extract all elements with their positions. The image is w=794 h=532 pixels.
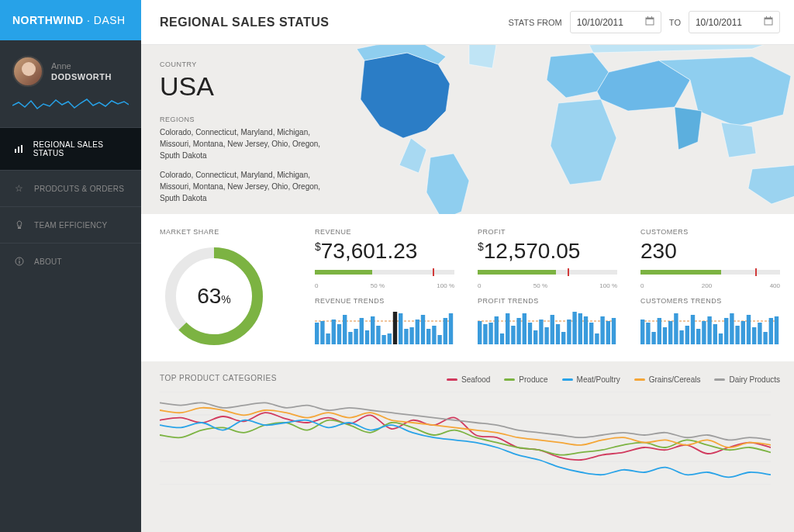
svg-rect-71 — [595, 333, 599, 344]
svg-rect-86 — [679, 330, 683, 344]
profit-value: $12,570.05 — [478, 239, 617, 264]
revenue-label: REVENUE — [315, 228, 454, 236]
svg-rect-62 — [544, 327, 548, 344]
country-panel: COUNTRY USA REGIONS Colorado, Connecticu… — [141, 45, 794, 214]
categories-legend: Seafood Produce Meat/Poultry Grains/Cere… — [447, 375, 780, 384]
svg-rect-36 — [399, 313, 402, 344]
legend-dairy[interactable]: Dairy Products — [714, 375, 780, 384]
svg-rect-41 — [426, 329, 430, 344]
logo-sep: · — [84, 14, 94, 26]
regions-label: REGIONS — [160, 116, 330, 123]
nav-products-orders[interactable]: ☆ PRODCUTS & ORDERS — [0, 170, 141, 206]
user-sparkline — [0, 95, 141, 127]
svg-rect-28 — [354, 329, 357, 344]
svg-rect-70 — [589, 323, 593, 344]
svg-rect-19 — [433, 268, 434, 276]
svg-rect-14 — [770, 16, 771, 19]
svg-rect-37 — [404, 329, 408, 344]
svg-rect-76 — [640, 270, 721, 275]
nav-about[interactable]: ABOUT — [0, 243, 141, 279]
svg-rect-95 — [730, 313, 734, 344]
legend-meat[interactable]: Meat/Poultry — [562, 375, 620, 384]
svg-rect-96 — [735, 326, 739, 344]
categories-header: TOP PRODUCT CATEGORIES Seafood Produce M… — [160, 374, 780, 384]
topbar: REGIONAL SALES STATUS STATS FROM 10/10/2… — [141, 0, 794, 45]
swatch-icon — [562, 378, 573, 381]
page-title: REGIONAL SALES STATUS — [160, 16, 330, 29]
svg-rect-9 — [647, 16, 648, 19]
swatch-icon — [447, 378, 457, 381]
svg-rect-29 — [360, 318, 364, 344]
nav-team-efficiency[interactable]: TEAM EFFICIENCY — [0, 206, 141, 243]
svg-rect-88 — [691, 315, 695, 344]
svg-rect-35 — [393, 312, 397, 344]
svg-rect-101 — [763, 332, 767, 344]
svg-rect-54 — [500, 333, 504, 344]
svg-rect-51 — [483, 324, 487, 344]
svg-rect-99 — [752, 327, 756, 344]
info-icon — [14, 256, 25, 267]
svg-rect-26 — [343, 315, 347, 344]
customers-trends-chart — [640, 309, 780, 344]
svg-rect-87 — [685, 326, 689, 344]
svg-rect-47 — [478, 270, 556, 275]
svg-rect-18 — [315, 270, 372, 275]
svg-rect-12 — [765, 18, 772, 19]
svg-rect-43 — [437, 335, 441, 344]
svg-rect-66 — [567, 320, 571, 344]
user-last: DODSWORTH — [51, 71, 112, 82]
revenue-trends-chart — [315, 309, 454, 344]
nav-regional-sales[interactable]: REGIONAL SALES STATUS — [0, 127, 141, 170]
market-share-label: MARKET SHARE — [160, 228, 292, 236]
svg-rect-55 — [506, 313, 509, 344]
metrics-row: MARKET SHARE 63% REVENUE $73,601.23 — [141, 214, 794, 361]
svg-rect-97 — [741, 321, 745, 344]
svg-rect-53 — [495, 316, 499, 344]
legend-seafood[interactable]: Seafood — [447, 375, 490, 384]
svg-rect-22 — [320, 321, 324, 344]
revenue-metric: REVENUE $73,601.23 0 50 % 100 % REVENUE … — [315, 228, 454, 351]
svg-rect-32 — [376, 326, 380, 344]
svg-rect-30 — [365, 330, 369, 344]
svg-rect-61 — [539, 320, 543, 344]
nav: REGIONAL SALES STATUS ☆ PRODCUTS & ORDER… — [0, 127, 141, 532]
customers-ticks: 0 200 400 — [640, 282, 780, 289]
svg-rect-100 — [758, 323, 761, 344]
svg-rect-103 — [775, 316, 778, 344]
country-info: COUNTRY USA REGIONS Colorado, Connecticu… — [160, 60, 330, 199]
svg-rect-40 — [421, 315, 425, 344]
date-from-input[interactable]: 10/10/2011 — [570, 11, 661, 33]
legend-produce[interactable]: Produce — [504, 375, 547, 384]
swatch-icon — [504, 378, 515, 381]
avatar[interactable] — [12, 56, 43, 87]
regions-text: Colorado, Connecticut, Maryland, Michiga… — [160, 212, 330, 214]
date-range: STATS FROM 10/10/2011 TO 10/10/2011 — [509, 11, 780, 33]
market-share-value: 63% — [197, 284, 231, 309]
svg-rect-82 — [658, 318, 661, 344]
customers-label: CUSTOMERS — [640, 228, 780, 236]
svg-rect-58 — [523, 313, 526, 344]
date-to-input[interactable]: 10/10/2011 — [689, 11, 780, 33]
calendar-icon — [645, 16, 654, 28]
logo: NORTHWIND · DASH — [0, 0, 141, 40]
svg-rect-64 — [556, 324, 560, 344]
calendar-icon — [764, 16, 773, 28]
customers-gauge — [640, 268, 780, 276]
svg-rect-45 — [449, 313, 453, 344]
regions-text: Colorado, Connecticut, Maryland, Michiga… — [160, 169, 330, 204]
svg-rect-81 — [651, 332, 655, 344]
user-first: Anne — [51, 60, 112, 71]
svg-rect-24 — [332, 320, 336, 344]
svg-rect-21 — [315, 323, 319, 344]
svg-rect-34 — [388, 333, 392, 344]
main: REGIONAL SALES STATUS STATS FROM 10/10/2… — [141, 0, 794, 532]
legend-grains[interactable]: Grains/Cereals — [634, 375, 701, 384]
svg-rect-72 — [600, 316, 604, 344]
world-map[interactable] — [333, 45, 794, 214]
svg-rect-5 — [19, 261, 19, 264]
svg-rect-52 — [488, 323, 492, 344]
star-icon: ☆ — [14, 183, 25, 194]
nav-item-label: REGIONAL SALES STATUS — [33, 140, 127, 157]
svg-rect-90 — [702, 321, 706, 344]
svg-rect-23 — [326, 333, 330, 344]
